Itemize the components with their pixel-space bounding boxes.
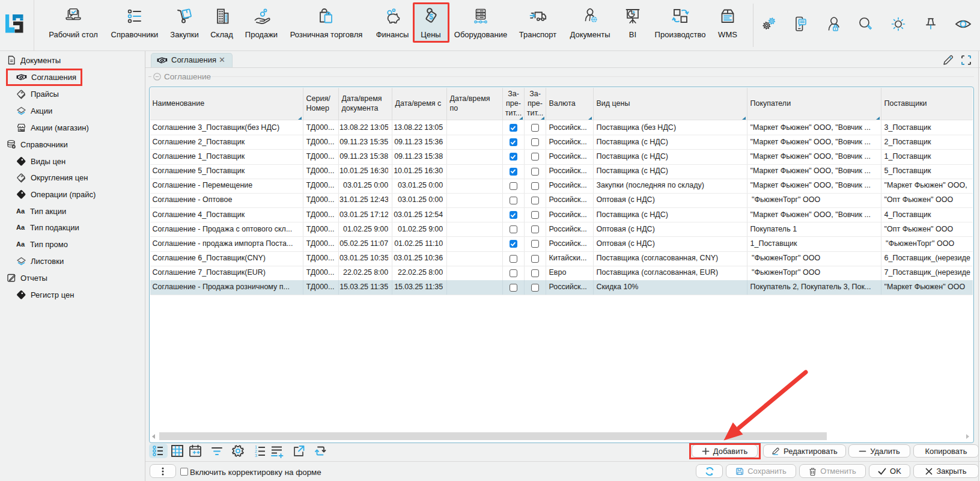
svg-text:3: 3 <box>255 453 257 458</box>
svg-text:2: 2 <box>255 449 257 453</box>
svg-text:1: 1 <box>255 445 257 449</box>
